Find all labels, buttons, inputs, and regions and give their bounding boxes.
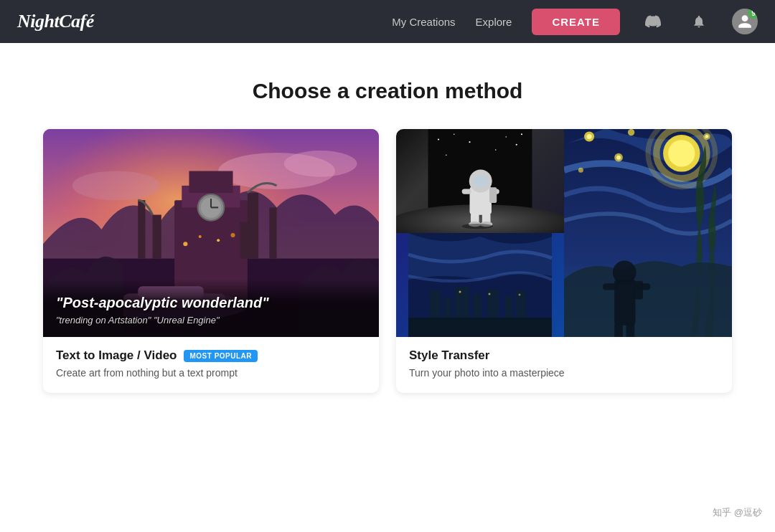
- svg-point-3: [284, 151, 357, 177]
- svg-rect-67: [430, 290, 441, 319]
- svg-point-32: [495, 149, 496, 150]
- svg-rect-38: [462, 189, 471, 194]
- card-image-style: [396, 129, 732, 337]
- fantasy-text-overlay: "Post-apocalyptic wonderland" "trending …: [43, 279, 379, 337]
- svg-point-55: [628, 129, 634, 136]
- svg-point-48: [668, 140, 695, 166]
- discord-icon[interactable]: [640, 9, 666, 34]
- svg-point-76: [489, 293, 491, 295]
- svg-point-60: [613, 261, 637, 285]
- svg-point-37: [474, 175, 488, 187]
- notifications-icon[interactable]: [686, 9, 712, 34]
- card-image-fantasy: "Post-apocalyptic wonderland" "trending …: [43, 129, 379, 337]
- card-info-text-to-image: Text to Image / Video MOST POPULAR Creat…: [43, 337, 379, 393]
- svg-point-28: [469, 141, 470, 143]
- svg-point-22: [199, 235, 202, 238]
- svg-point-23: [217, 239, 220, 242]
- svg-point-30: [516, 144, 517, 146]
- svg-point-52: [587, 134, 592, 139]
- image-quote: "Post-apocalyptic wonderland": [56, 293, 366, 312]
- user-avatar[interactable]: 9: [732, 9, 758, 34]
- navbar: NightCafé My Creations Explore CREATE 9: [0, 0, 775, 43]
- svg-point-27: [454, 134, 454, 135]
- svg-point-33: [521, 133, 522, 135]
- svg-rect-15: [240, 222, 249, 259]
- svg-point-77: [519, 294, 521, 296]
- svg-point-21: [183, 242, 187, 246]
- style-bottom-left: [396, 233, 564, 337]
- card-description-text: Create art from nothing but a text promp…: [56, 367, 366, 379]
- card-info-style-transfer: Style Transfer Turn your photo into a ma…: [396, 337, 732, 393]
- svg-rect-61: [603, 283, 618, 290]
- svg-point-4: [72, 171, 160, 201]
- nav-links: My Creations Explore CREATE 9: [392, 9, 758, 35]
- cards-grid: "Post-apocalyptic wonderland" "trending …: [43, 129, 732, 393]
- svg-rect-74: [408, 318, 552, 337]
- svg-rect-73: [516, 290, 526, 319]
- svg-rect-72: [505, 296, 512, 319]
- svg-point-57: [705, 135, 709, 138]
- svg-rect-69: [455, 287, 469, 319]
- page-title: Choose a creation method: [43, 79, 732, 103]
- svg-point-45: [462, 224, 494, 229]
- popular-badge: MOST POPULAR: [184, 350, 258, 362]
- svg-point-29: [506, 136, 507, 137]
- svg-rect-70: [473, 294, 482, 319]
- svg-point-75: [459, 291, 461, 293]
- svg-rect-8: [189, 171, 232, 194]
- svg-rect-14: [269, 207, 276, 258]
- svg-rect-63: [614, 323, 623, 337]
- card-style-transfer[interactable]: Style Transfer Turn your photo into a ma…: [396, 129, 732, 393]
- svg-rect-44: [489, 187, 497, 203]
- svg-point-54: [616, 156, 621, 160]
- image-subtitle: "trending on Artstation" "Unreal Engine": [56, 315, 366, 326]
- card-title-style: Style Transfer: [409, 348, 489, 363]
- nav-explore[interactable]: Explore: [476, 16, 512, 28]
- card-title-text: Text to Image / Video: [56, 348, 177, 363]
- svg-rect-16: [153, 215, 161, 259]
- astronaut-image: [396, 129, 564, 233]
- style-transfer-image: [396, 129, 732, 337]
- svg-rect-65: [634, 281, 643, 300]
- watermark: 知乎 @逗砂: [713, 506, 762, 519]
- svg-rect-13: [248, 193, 258, 259]
- svg-point-58: [578, 168, 583, 173]
- card-title-row: Text to Image / Video MOST POPULAR: [56, 348, 366, 363]
- create-button[interactable]: CREATE: [532, 9, 620, 35]
- starry-night-image: [564, 129, 732, 337]
- nav-my-creations[interactable]: My Creations: [392, 16, 455, 28]
- svg-rect-17: [138, 200, 145, 258]
- notification-badge: 9: [748, 9, 758, 19]
- svg-rect-68: [444, 298, 451, 319]
- card-text-to-image[interactable]: "Post-apocalyptic wonderland" "trending …: [43, 129, 379, 393]
- svg-point-31: [446, 155, 446, 156]
- svg-point-24: [230, 233, 235, 237]
- card-description-style: Turn your photo into a masterpiece: [409, 367, 719, 379]
- svg-rect-64: [626, 323, 635, 337]
- main-content: Choose a creation method: [0, 43, 775, 532]
- svg-point-26: [438, 138, 439, 140]
- app-logo[interactable]: NightCafé: [17, 11, 392, 32]
- card-title-row-style: Style Transfer: [409, 348, 719, 363]
